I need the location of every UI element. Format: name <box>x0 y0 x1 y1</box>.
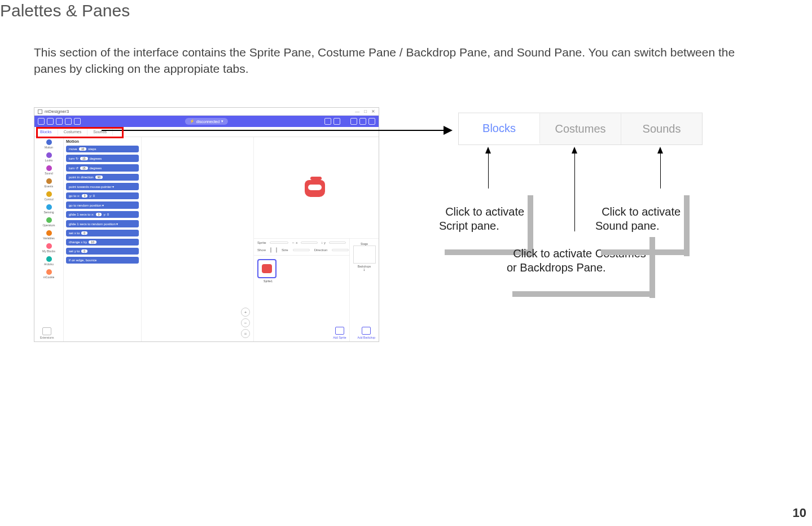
pointer-arrow <box>102 130 451 131</box>
motion-block[interactable]: go to random position ▾ <box>66 201 139 209</box>
zoom-in-icon[interactable]: + <box>241 308 250 317</box>
category-item[interactable]: My Blocks <box>34 243 63 253</box>
sprite-name-field[interactable] <box>270 242 288 244</box>
tab-costumes[interactable]: Costumes <box>540 113 621 144</box>
category-item[interactable]: mCookie <box>34 269 63 279</box>
add-sprite-button[interactable]: Add Sprite <box>333 327 346 339</box>
motion-block[interactable]: set y to0 <box>66 248 139 255</box>
plug-icon: ⚡ <box>190 119 195 124</box>
folder-icon[interactable] <box>47 118 54 125</box>
sprite-on-stage[interactable] <box>305 177 327 197</box>
maximize-icon[interactable]: □ <box>364 109 367 114</box>
sprite-card[interactable]: Sprite1 <box>257 259 279 338</box>
category-item[interactable]: Sound <box>34 165 63 175</box>
add-backdrop-button[interactable]: Add Backdrop <box>358 327 375 339</box>
chevron-down-icon: ▾ <box>221 119 223 124</box>
highlight-box <box>36 127 124 138</box>
arrow-head-icon <box>572 147 577 154</box>
hide-toggle[interactable] <box>276 247 277 253</box>
motion-block[interactable]: change x by10 <box>66 239 139 246</box>
tab-sounds[interactable]: Sounds <box>621 113 702 144</box>
zoom-out-icon[interactable]: − <box>241 318 250 327</box>
motion-block[interactable]: move10steps <box>66 146 139 152</box>
motion-block[interactable]: turn ↻15degrees <box>66 155 139 162</box>
play-icon[interactable] <box>324 118 331 125</box>
show-toggle[interactable] <box>270 247 271 253</box>
add-sprite-icon <box>335 327 344 335</box>
redo-icon[interactable] <box>74 118 81 125</box>
window-title: mDesigner3 <box>45 109 69 114</box>
category-item[interactable]: Looks <box>34 152 63 162</box>
arrow-head-icon <box>657 147 663 154</box>
script-area[interactable]: + − = <box>142 137 253 341</box>
page-title: Palettes & Panes <box>0 1 130 20</box>
category-item[interactable]: Operators <box>34 217 63 227</box>
motion-block[interactable]: glide 1 secs to random position ▾ <box>66 220 139 227</box>
category-item[interactable]: Arduino <box>34 256 63 266</box>
motion-block[interactable]: go to x:0y: 0 <box>66 192 139 199</box>
label-show: Show <box>257 248 266 252</box>
category-item[interactable]: Sensing <box>34 204 63 214</box>
backdrops-count: 1 <box>363 268 365 271</box>
undo-icon[interactable] <box>65 118 72 125</box>
blocks-category-header: Motion <box>66 139 139 143</box>
zoom-reset-icon[interactable]: = <box>241 329 250 338</box>
close-icon[interactable]: ✕ <box>371 109 375 114</box>
callout-sound-pane: Click to activate Sound pane. <box>595 191 684 249</box>
add-backdrop-icon <box>362 327 371 335</box>
app-menubar: ⚡ disconnected ▾ <box>34 116 379 127</box>
window-controls: — □ ✕ <box>355 109 375 114</box>
connection-status[interactable]: ⚡ disconnected ▾ <box>185 118 228 125</box>
app-screenshot: mDesigner3 — □ ✕ ⚡ disconnected ▾ <box>34 107 379 342</box>
help-icon[interactable] <box>359 118 366 125</box>
x-field[interactable] <box>301 242 318 244</box>
tabs-enlarged: Blocks Costumes Sounds <box>458 112 703 145</box>
sprite-info-panel: Sprite ↔ x ↕ y Show Size Direction <box>254 239 349 256</box>
category-item[interactable]: Control <box>34 191 63 201</box>
category-item[interactable]: Variables <box>34 230 63 240</box>
category-item[interactable]: Motion <box>34 139 63 149</box>
stage-side-panel: Stage Backdrops 1 <box>349 239 379 341</box>
save-icon[interactable] <box>56 118 63 125</box>
gear-icon[interactable] <box>368 118 375 125</box>
category-item[interactable]: Events <box>34 178 63 188</box>
stage-view <box>254 137 379 239</box>
category-palette: MotionLooksSoundEventsControlSensingOper… <box>34 137 64 341</box>
sprite-thumb-icon <box>262 264 272 273</box>
page-number: 10 <box>793 506 806 520</box>
label-x: ↔ x <box>292 241 298 244</box>
sprite-card-label: Sprite1 <box>257 279 279 283</box>
label-sprite: Sprite <box>257 241 266 244</box>
stage-thumbnail[interactable] <box>353 246 376 264</box>
stop-icon[interactable] <box>333 118 340 125</box>
window-titlebar: mDesigner3 — □ ✕ <box>34 108 379 116</box>
label-direction: Direction <box>314 248 328 252</box>
extensions-button[interactable]: Extensions <box>40 327 54 339</box>
connection-label: disconnected <box>196 120 220 124</box>
add-sprite-label: Add Sprite <box>333 336 346 339</box>
link-icon[interactable] <box>350 118 357 125</box>
minimize-icon[interactable]: — <box>355 109 359 114</box>
stage-panel: Sprite ↔ x ↕ y Show Size Direction <box>253 137 379 341</box>
blocks-list: Motion move10stepsturn ↻15degreesturn ↺1… <box>64 137 142 341</box>
arrow-stem <box>488 154 489 189</box>
intro-text: This section of the interface contains t… <box>34 44 767 77</box>
size-field[interactable] <box>293 249 310 251</box>
arrow-stem <box>660 154 661 189</box>
add-backdrop-label: Add Backdrop <box>358 336 375 339</box>
motion-block[interactable]: if on edge, bounce <box>66 257 139 264</box>
motion-block[interactable]: point towards mouse-pointer ▾ <box>66 183 139 190</box>
motion-block[interactable]: point in direction90 <box>66 174 139 181</box>
document-icon <box>38 109 42 114</box>
motion-block[interactable]: set x to0 <box>66 230 139 236</box>
motion-block[interactable]: turn ↺15degrees <box>66 164 139 172</box>
label-size: Size <box>282 248 288 252</box>
tab-blocks[interactable]: Blocks <box>459 113 540 144</box>
y-field[interactable] <box>329 242 346 244</box>
label-y: ↕ y <box>321 241 326 244</box>
direction-field[interactable] <box>332 249 349 251</box>
file-icon[interactable] <box>38 118 45 125</box>
arrow-stem <box>574 154 575 231</box>
arrow-head-icon <box>485 147 491 154</box>
motion-block[interactable]: glide 1 secs to x:0y: 0 <box>66 211 139 218</box>
